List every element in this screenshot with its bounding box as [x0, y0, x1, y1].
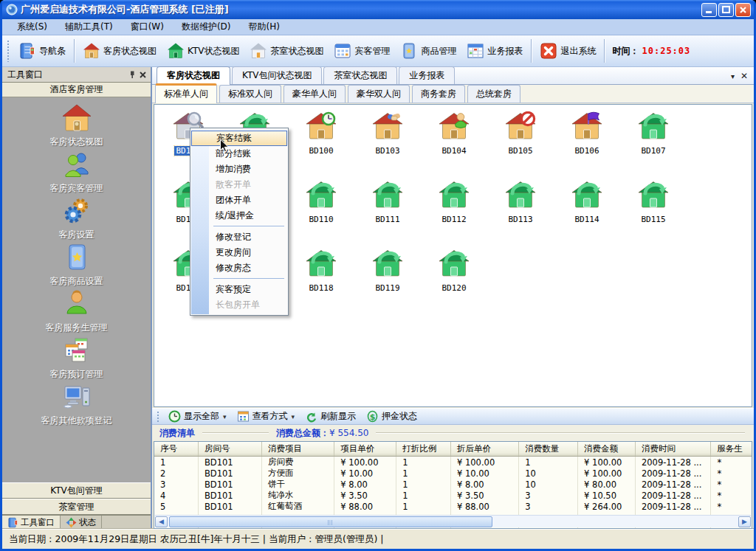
context-menu-item-change-room[interactable]: 更改房间 [191, 245, 287, 260]
pin-icon[interactable] [127, 69, 137, 80]
column-header[interactable]: 消费项目 [261, 442, 334, 457]
scroll-left-arrow-icon[interactable]: ◀ [155, 516, 168, 527]
sidebar-section-ktv-room-mgmt[interactable]: KTV包间管理 [2, 482, 151, 499]
room-type-tab-deluxe-single[interactable]: 豪华单人间 [284, 85, 346, 103]
toolbar-button-navigator[interactable]: 导航条 [13, 40, 71, 62]
room-label: BD114 [573, 215, 600, 224]
room-bd111[interactable]: BD111 [365, 180, 410, 224]
maximize-button[interactable] [718, 3, 734, 17]
toolbar-button-goods-mgmt[interactable]: 商品管理 [395, 40, 461, 62]
toolbar-button-ktv-status-view[interactable]: KTV状态视图 [162, 40, 244, 62]
sidebar-tab-tool-window[interactable]: 工具窗口 [2, 516, 61, 529]
menu-window[interactable]: 窗口(W) [122, 19, 173, 35]
room-bd107[interactable]: BD107 [631, 111, 676, 156]
context-menu-item-walkin-open-bill[interactable]: 散客开单 [191, 177, 287, 193]
toolbar-button-guest-mgmt[interactable]: 宾客管理 [329, 40, 395, 62]
list-toolbar-button-deposit-status[interactable]: $押金状态 [361, 409, 422, 424]
menu-system[interactable]: 系统(S) [8, 19, 56, 35]
room-bd110[interactable]: BD110 [299, 180, 343, 224]
context-menu-item-modify-registration[interactable]: 修改登记 [191, 229, 287, 245]
column-header[interactable]: 服务生 [711, 442, 752, 457]
minimize-button[interactable] [701, 3, 717, 17]
context-menu-item-guest-reservation[interactable]: 宾客预定 [191, 282, 287, 297]
sidebar-item-room-other-payments[interactable]: 客房其他款项登记 [2, 382, 151, 429]
table-row[interactable]: 1BD101房间费¥ 100.001¥ 100.001¥ 100.002009-… [154, 457, 752, 468]
room-bd115[interactable]: BD115 [631, 180, 676, 224]
sidebar-item-label: 客房宾客管理 [2, 182, 151, 195]
room-type-tab-standard-single[interactable]: 标准单人间 [155, 83, 217, 103]
room-type-tab-deluxe-double[interactable]: 豪华双人间 [348, 85, 410, 103]
toolbar-button-room-status-view[interactable]: 客房状态视图 [78, 40, 162, 62]
list-toolbar-button-refresh-display[interactable]: 刷新显示 [300, 409, 361, 424]
room-bd114[interactable]: BD114 [565, 180, 609, 224]
room-bd105[interactable]: BD105 [498, 111, 543, 156]
context-menu-item-group-open-bill[interactable]: 团体开单 [191, 193, 287, 208]
menu-data-maintenance[interactable]: 数据维护(D) [173, 19, 240, 35]
toolbar-button-label: 客房状态视图 [103, 45, 157, 58]
room-label: BD110 [307, 215, 334, 224]
context-menu-item-long-term-open-bill[interactable]: 长包房开单 [191, 297, 287, 313]
column-header[interactable]: 序号 [154, 442, 198, 457]
column-header[interactable]: 消费金额 [578, 442, 636, 457]
sidebar-item-room-guest-mgmt[interactable]: 客房宾客管理 [2, 150, 151, 196]
room-bd113[interactable]: BD113 [498, 180, 543, 224]
menu-help[interactable]: 帮助(H) [240, 19, 289, 35]
view-tab-tea-status-view[interactable]: 茶室状态视图 [323, 66, 397, 84]
tab-close-icon[interactable]: ✕ [740, 71, 748, 81]
toolbar-grip[interactable] [7, 40, 10, 61]
column-header[interactable]: 房间号 [198, 442, 261, 457]
toolbar-button-tea-status-view[interactable]: 茶室状态视图 [244, 40, 329, 62]
sidebar-section-tea-room-mgmt[interactable]: 茶室管理 [2, 499, 151, 515]
column-header[interactable]: 打折比例 [396, 442, 451, 457]
context-menu-item-partial-checkout[interactable]: 部分结账 [191, 146, 287, 162]
view-tab-room-status-view[interactable]: 客房状态视图 [157, 66, 230, 85]
room-type-tab-presidential-suite[interactable]: 总统套房 [467, 85, 520, 103]
column-header[interactable]: 项目单价 [334, 442, 396, 457]
list-toolbar-button-show-all[interactable]: 显示全部▾ [163, 409, 232, 424]
sidebar-item-room-waiter-mgmt[interactable]: 客房服务生管理 [2, 289, 151, 336]
room-bd103[interactable]: BD103 [365, 111, 410, 156]
context-menu-item-guest-checkout[interactable]: 宾客结账 [191, 131, 287, 146]
room-bd119[interactable]: BD119 [365, 249, 410, 293]
scrollbar-thumb[interactable] [169, 516, 492, 527]
room-bd120[interactable]: BD120 [432, 249, 476, 293]
table-row[interactable]: 4BD101纯净水¥ 3.501¥ 3.503¥ 10.502009-11-28… [154, 490, 752, 501]
sidebar-item-room-status-view[interactable]: 客房状态视图 [2, 103, 151, 150]
room-bd104[interactable]: BD104 [432, 111, 476, 156]
room-bd112[interactable]: BD112 [432, 180, 476, 224]
dropdown-arrow-icon[interactable]: ▾ [292, 413, 295, 420]
sidebar-item-room-goods-settings[interactable]: 客房商品设置 [2, 243, 151, 289]
room-type-tab-business-suite[interactable]: 商务套房 [412, 85, 465, 103]
dropdown-arrow-icon[interactable]: ▾ [223, 413, 227, 420]
table-row[interactable]: 2BD101方便面¥ 10.001¥ 10.0010¥ 100.002009-1… [154, 468, 752, 479]
menu-aux-tools[interactable]: 辅助工具(T) [56, 19, 122, 35]
list-toolbar-button-view-mode[interactable]: 查看方式▾ [232, 409, 300, 424]
table-row[interactable]: 5BD101红葡萄酒¥ 88.001¥ 88.003¥ 264.002009-1… [154, 501, 752, 512]
table-cell: ¥ 264.00 [578, 501, 636, 512]
scroll-right-arrow-icon[interactable]: ▶ [738, 516, 751, 527]
room-bd106[interactable]: BD106 [565, 111, 609, 156]
context-menu-item-add-consumption[interactable]: 增加消费 [191, 162, 287, 177]
table-row[interactable]: 3BD101饼干¥ 8.001¥ 8.0010¥ 80.002009-11-28… [154, 479, 752, 490]
sidebar-item-room-booking-mgmt[interactable]: 客房预订管理 [2, 336, 151, 382]
sidebar-tab-status[interactable]: 状态 [61, 516, 102, 529]
toolbar-grip[interactable] [157, 411, 160, 422]
context-menu-item-renew-refund-deposit[interactable]: 续/退押金 [191, 208, 287, 223]
sidebar-item-room-settings[interactable]: 客房设置 [2, 196, 151, 243]
column-header[interactable]: 消费数量 [519, 442, 578, 457]
room-type-tab-standard-double[interactable]: 标准双人间 [219, 85, 281, 103]
column-header[interactable]: 消费时间 [635, 442, 710, 457]
context-menu-item-modify-room-status[interactable]: 修改房态 [191, 260, 287, 276]
column-header[interactable]: 折后单价 [451, 442, 519, 457]
room-bd118[interactable]: BD118 [299, 249, 343, 293]
toolbar-button-business-report[interactable]: 业务报表 [461, 40, 528, 62]
horizontal-scrollbar[interactable]: ◀ ▶ [155, 515, 751, 527]
close-button[interactable] [735, 3, 751, 17]
tab-list-dropdown-icon[interactable]: ▾ [731, 72, 735, 80]
view-tab-business-report[interactable]: 业务报表 [399, 66, 455, 84]
room-bd100[interactable]: BD100 [299, 111, 343, 156]
view-tab-ktv-room-status-view[interactable]: KTV包间状态视图 [232, 66, 322, 84]
sidebar-section-hotel-room-mgmt[interactable]: 酒店客房管理 [2, 83, 151, 97]
close-panel-icon[interactable] [137, 69, 148, 80]
toolbar-button-exit-system[interactable]: 退出系统 [535, 40, 601, 62]
